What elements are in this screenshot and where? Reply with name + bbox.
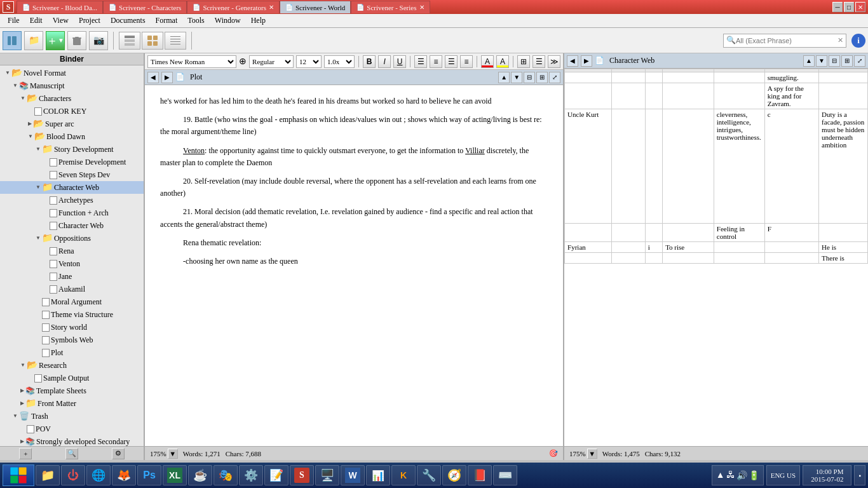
taskbar-keyboard[interactable]: ⌨️ — [493, 465, 517, 485]
right-forward-btn[interactable]: ▶ — [581, 55, 592, 67]
binder-item-symbols-web[interactable]: Symbols Web — [0, 334, 144, 346]
right-back-btn[interactable]: ◀ — [567, 55, 578, 67]
snapshot-btn[interactable]: 📷 — [89, 31, 108, 50]
right-expand[interactable]: ⤢ — [854, 55, 865, 67]
taskbar-monitor[interactable]: 🖥️ — [315, 465, 339, 485]
binder-add-btn[interactable]: + — [19, 448, 32, 459]
taskbar-compass[interactable]: 🧭 — [442, 465, 466, 485]
binder-item-aukamil[interactable]: Aukamil — [0, 283, 144, 295]
binder-item-plot[interactable]: Plot — [0, 346, 144, 359]
editor-content[interactable]: he's worked for has led him to the death… — [145, 85, 563, 446]
menu-tools[interactable]: Tools — [182, 15, 210, 27]
table-btn[interactable]: ⊞ — [517, 55, 530, 68]
taskbar-explorer[interactable]: 📁 — [36, 465, 60, 485]
align-center-btn[interactable]: ≡ — [430, 55, 442, 68]
binder-view-btn[interactable] — [3, 31, 22, 50]
tab-characters[interactable]: 📄 Scrivener - Characters — [103, 1, 187, 13]
binder-item-venton[interactable]: Venton — [0, 257, 144, 270]
menu-view[interactable]: View — [48, 15, 74, 27]
binder-item-jane[interactable]: Jane — [0, 270, 144, 283]
taskbar-ie[interactable]: 🌐 — [86, 465, 111, 485]
editor-nav-up[interactable]: ▲ — [498, 72, 510, 83]
binder-item-pov[interactable]: POV — [0, 423, 144, 435]
taskbar-firefox[interactable]: 🦊 — [112, 465, 136, 485]
tray-volume-icon[interactable]: 🔊 — [736, 470, 747, 481]
language-button[interactable]: ENG US — [766, 465, 800, 485]
menu-project[interactable]: Project — [74, 15, 105, 27]
binder-item-story-world[interactable]: Story world — [0, 321, 144, 334]
info-button[interactable]: i — [851, 34, 865, 48]
font-expand-icon[interactable]: ⊕ — [239, 56, 247, 67]
binder-item-moral-argument[interactable]: Moral Argument — [0, 295, 144, 308]
taskbar-kindle[interactable]: K — [391, 465, 416, 485]
align-justify-btn[interactable]: ≡ — [460, 55, 473, 68]
start-button[interactable] — [3, 464, 34, 486]
right-nav-down[interactable]: ▼ — [816, 55, 827, 67]
taskbar-scrivener[interactable]: S — [290, 465, 314, 485]
editor-forward-btn[interactable]: ▶ — [161, 72, 173, 83]
size-select[interactable]: 12 — [296, 55, 322, 68]
binder-item-story-dev[interactable]: ▼ 📁 Story Development — [0, 143, 144, 156]
tray-up-icon[interactable]: ▲ — [716, 470, 725, 480]
menu-file[interactable]: File — [3, 15, 25, 27]
taskbar-acrobat[interactable]: 📕 — [468, 465, 492, 485]
editor-split-h[interactable]: ⊟ — [524, 72, 535, 83]
more-btn[interactable]: ≫ — [548, 55, 560, 68]
binder-item-oppositions[interactable]: ▼ 📁 Oppositions — [0, 232, 144, 245]
corkboard-btn[interactable] — [142, 32, 163, 50]
tab-blood-da[interactable]: 📄 Scrivener - Blood Da... — [17, 1, 103, 13]
taskbar-word[interactable]: W — [341, 465, 365, 485]
binder-item-function-arch[interactable]: Function + Arch — [0, 207, 144, 219]
editor-expand[interactable]: ⤢ — [549, 72, 560, 83]
delete-btn[interactable] — [67, 31, 86, 50]
menu-format[interactable]: Format — [151, 15, 183, 27]
binder-item-super-arc[interactable]: ▶ 📂 Super arc — [0, 118, 144, 130]
binder-item-trash[interactable]: ▼ 🗑️ Trash — [0, 410, 144, 423]
tab-world[interactable]: 📄 Scrivener - World — [280, 1, 351, 13]
search-clear-icon[interactable]: ✕ — [837, 36, 843, 44]
menu-edit[interactable]: Edit — [25, 15, 48, 27]
right-split-v[interactable]: ⊞ — [841, 55, 853, 67]
taskbar-gear[interactable]: ⚙️ — [239, 465, 263, 485]
binder-item-character-web-folder[interactable]: ▼ 📁 Character Web — [0, 181, 144, 194]
binder-item-theme-structure[interactable]: Theme via Structure — [0, 308, 144, 321]
editor-zoom-btn[interactable]: ▼ — [168, 449, 178, 459]
align-left-btn[interactable]: ☰ — [414, 55, 427, 68]
binder-item-strongly-dev-secondary[interactable]: ▶ 📚 Strongly developed Secondary — [0, 435, 144, 446]
italic-button[interactable]: I — [378, 55, 391, 68]
taskbar-power[interactable]: ⏻ — [61, 465, 85, 485]
style-select[interactable]: Regular — [249, 55, 294, 68]
taskbar-photoshop[interactable]: Ps — [137, 465, 161, 485]
tab-series[interactable]: 📄 Scrivener - Series ✕ — [351, 1, 430, 13]
binder-item-front-matter[interactable]: ▶ 📁 Front Matter — [0, 397, 144, 410]
binder-settings-btn[interactable]: ⚙ — [112, 448, 125, 459]
binder-item-rena[interactable]: Rena — [0, 245, 144, 257]
menu-documents[interactable]: Documents — [105, 15, 151, 27]
close-button[interactable]: ✕ — [855, 2, 865, 12]
bold-button[interactable]: B — [363, 55, 376, 68]
underline-button[interactable]: U — [393, 55, 406, 68]
right-zoom-btn[interactable]: ▼ — [587, 449, 597, 459]
right-split-h[interactable]: ⊟ — [829, 55, 840, 67]
outline-btn[interactable] — [165, 32, 186, 50]
align-right-btn[interactable]: ☰ — [445, 55, 458, 68]
binder-item-template-sheets[interactable]: ▶ 📚 Template Sheets — [0, 384, 144, 397]
taskbar-excel2[interactable]: 📊 — [366, 465, 390, 485]
tab-series-close[interactable]: ✕ — [419, 4, 424, 11]
binder-item-premise-dev[interactable]: Premise Development — [0, 156, 144, 168]
maximize-button[interactable]: □ — [844, 2, 854, 12]
binder-item-research[interactable]: ▼ 📂 Research — [0, 359, 144, 372]
binder-item-color-key[interactable]: COLOR KEY — [0, 105, 144, 118]
folder-btn[interactable]: 📁 — [24, 31, 43, 50]
taskbar-coffee[interactable]: ☕ — [188, 465, 212, 485]
editor-split-v[interactable]: ⊞ — [536, 72, 548, 83]
binder-item-novel-format[interactable]: ▼ 📂 Novel Format — [0, 67, 144, 79]
binder-item-character-web-doc[interactable]: Character Web — [0, 219, 144, 232]
list-btn[interactable]: ☰ — [532, 55, 545, 68]
minimize-button[interactable]: ─ — [832, 2, 843, 12]
binder-item-seven-steps[interactable]: Seven Steps Dev — [0, 168, 144, 181]
taskbar-notepad[interactable]: 📝 — [264, 465, 288, 485]
right-nav-up[interactable]: ▲ — [803, 55, 815, 67]
highlight-btn[interactable]: A — [496, 55, 509, 68]
binder-item-manuscript[interactable]: ▼ 📚 Manuscript — [0, 79, 144, 92]
